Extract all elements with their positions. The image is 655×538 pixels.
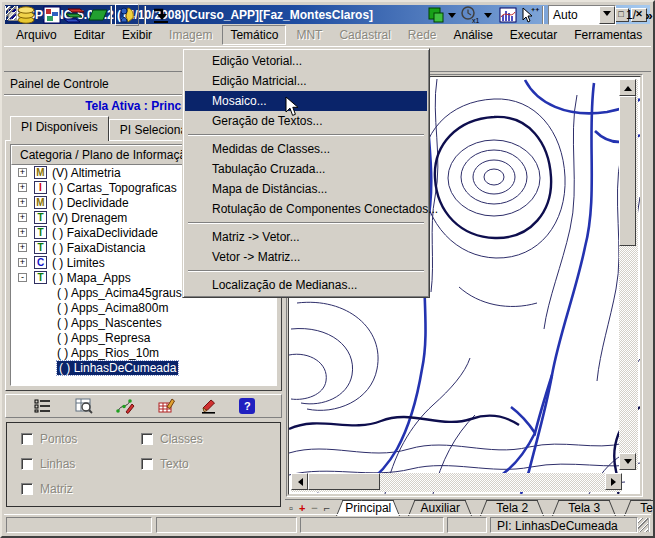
scroll-right-icon[interactable] — [605, 473, 622, 490]
resize-grip[interactable] — [636, 518, 650, 532]
scroll-left-icon[interactable] — [291, 473, 308, 490]
tree-item-label[interactable]: ( ) Declividade — [52, 196, 129, 210]
collapse-icon[interactable]: - — [18, 273, 27, 282]
checkbox-box[interactable] — [21, 458, 33, 470]
tree-item-label[interactable]: (V) Altimetria — [52, 166, 121, 180]
pi-tab[interactable]: PI Disponíveis — [10, 116, 109, 141]
menu-item[interactable]: Edição Vetorial... — [185, 51, 427, 71]
map-vertical-scrollbar[interactable] — [619, 79, 638, 470]
checkbox-box[interactable] — [21, 433, 33, 445]
checkbox-box[interactable] — [21, 483, 33, 495]
expand-icon[interactable]: + — [18, 213, 27, 222]
checkbox-texto[interactable]: Texto — [141, 457, 280, 471]
toolbar-overflow-chevron[interactable]: » — [642, 4, 655, 26]
scale-combobox[interactable]: Auto — [548, 4, 616, 26]
menubar-item-ferramentas[interactable]: Ferramentas — [567, 26, 649, 44]
add-view-icon[interactable]: + — [299, 503, 305, 514]
menu-item[interactable]: Mosaico... — [185, 91, 427, 111]
status-field-3 — [300, 517, 444, 533]
checkbox-box[interactable] — [141, 433, 153, 445]
cursor-plus-icon[interactable]: ⁺⁺ — [518, 4, 542, 26]
layers-icon[interactable] — [62, 4, 86, 26]
checkbox-label: Pontos — [40, 432, 77, 446]
restore-view-icon[interactable]: ⌐ — [324, 503, 330, 514]
expand-icon[interactable]: + — [18, 183, 27, 192]
tree-item[interactable]: ( ) LinhasDeCumeada — [11, 360, 276, 375]
tree-item[interactable]: ( ) Apps_Nascentes — [11, 315, 276, 330]
menubar-item-temático[interactable]: Temático — [222, 25, 286, 45]
menu-item[interactable]: Rotulação de Componentes Conectados... — [185, 199, 427, 219]
tree-item[interactable]: ( ) Apps_Acima800m — [11, 300, 276, 315]
map-horizontal-scrollbar[interactable] — [291, 473, 622, 492]
draw-dropdown-icon[interactable] — [446, 4, 458, 26]
raster-edit-icon[interactable] — [156, 397, 178, 415]
tree-item-label[interactable]: ( ) Apps_Rios_10m — [57, 346, 159, 360]
menu-item[interactable]: Edição Matricial... — [185, 71, 427, 91]
category-type-icon: M — [34, 196, 47, 209]
toolbar-separator — [110, 6, 112, 24]
expand-icon[interactable]: + — [18, 228, 27, 237]
menu-item[interactable]: Vetor -> Matriz... — [185, 247, 427, 267]
new-view-icon[interactable]: ▫ — [289, 503, 293, 514]
arrow-in-icon[interactable] — [149, 4, 173, 26]
tree-item-label[interactable]: ( ) LinhasDeCumeada — [57, 361, 178, 375]
control-panel-icon[interactable] — [115, 4, 139, 26]
tematico-menu: Edição Vetorial...Edição Matricial...Mos… — [182, 48, 430, 298]
tree-item-label[interactable]: ( ) FaixaDeclividade — [52, 226, 158, 240]
hscroll-thumb[interactable] — [308, 473, 380, 490]
checkbox-box[interactable] — [141, 458, 153, 470]
menubar-item-exibir[interactable]: Exibir — [115, 26, 159, 44]
checkbox-classes[interactable]: Classes — [141, 432, 280, 446]
zoom-dropdown-icon[interactable] — [482, 4, 494, 26]
menu-item[interactable]: Localização de Medianas... — [185, 275, 427, 295]
menubar-item-executar[interactable]: Executar — [503, 26, 564, 44]
menu-item[interactable]: Medidas de Classes... — [185, 139, 427, 159]
database-icon[interactable] — [14, 4, 38, 26]
vector-edit-icon[interactable] — [115, 397, 137, 415]
menu-item[interactable]: Geração de Textos... — [185, 111, 427, 131]
tree-item-label[interactable]: ( ) Apps_Nascentes — [57, 316, 162, 330]
histogram-icon[interactable] — [496, 4, 520, 26]
tree-item-label[interactable]: ( ) Limites — [52, 256, 105, 270]
zoom-table-icon[interactable] — [73, 397, 95, 415]
tree-item-label[interactable]: ( ) Apps_Acima800m — [57, 301, 168, 315]
tree-item-label[interactable]: ( ) Cartas_Topograficas — [52, 181, 177, 195]
page-indicator: 1/ — [622, 4, 640, 26]
eraser-pencil-icon[interactable] — [198, 397, 220, 415]
menubar-item-arquivo[interactable]: Arquivo — [9, 26, 64, 44]
tree-item[interactable]: ( ) Apps_Rios_10m — [11, 345, 276, 360]
tree-item[interactable]: ( ) Apps_Represa — [11, 330, 276, 345]
menu-separator — [188, 134, 424, 136]
checkbox-linhas[interactable]: Linhas — [21, 457, 141, 471]
tree-item-label[interactable]: ( ) Mapa_Apps — [52, 271, 131, 285]
menubar-item-análise[interactable]: Análise — [447, 26, 500, 44]
checkbox-matriz[interactable]: Matriz — [21, 482, 141, 496]
checkbox-pontos[interactable]: Pontos — [21, 432, 141, 446]
geometry-checkboxes: PontosClassesLinhasTextoMatriz — [7, 423, 280, 496]
menu-item[interactable]: Tabulação Cruzada... — [185, 159, 427, 179]
zoom-factor-icon[interactable]: x1 — [459, 4, 481, 26]
expand-icon[interactable]: + — [18, 243, 27, 252]
tree-item-label[interactable]: ( ) FaixaDistancia — [52, 241, 145, 255]
view-tab-principal[interactable]: Principal — [336, 500, 400, 516]
expand-icon[interactable]: + — [18, 198, 27, 207]
menubar-item-editar[interactable]: Editar — [67, 26, 112, 44]
menu-item[interactable]: Mapa de Distâncias... — [185, 179, 427, 199]
draw-mode-icon[interactable] — [426, 4, 446, 26]
legend-list-icon[interactable] — [32, 397, 54, 415]
polygon-icon[interactable] — [86, 4, 110, 26]
category-type-icon: C — [34, 256, 47, 269]
scroll-down-icon[interactable] — [619, 453, 636, 470]
menu-item[interactable]: Matriz -> Vetor... — [185, 227, 427, 247]
remove-view-icon[interactable]: − — [311, 503, 317, 514]
expand-icon[interactable]: + — [18, 258, 27, 267]
help-icon[interactable]: ? — [239, 398, 255, 414]
vscroll-thumb[interactable] — [619, 96, 636, 246]
combo-dropdown-icon[interactable] — [599, 6, 615, 24]
tree-item-label[interactable]: ( ) Apps_Acima45graus — [57, 286, 182, 300]
tree-item-label[interactable]: ( ) Apps_Represa — [57, 331, 150, 345]
tree-item-label[interactable]: (V) Drenagem — [52, 211, 127, 225]
register-image-icon[interactable] — [40, 4, 64, 26]
expand-icon[interactable]: + — [18, 168, 27, 177]
scroll-up-icon[interactable] — [619, 79, 636, 96]
